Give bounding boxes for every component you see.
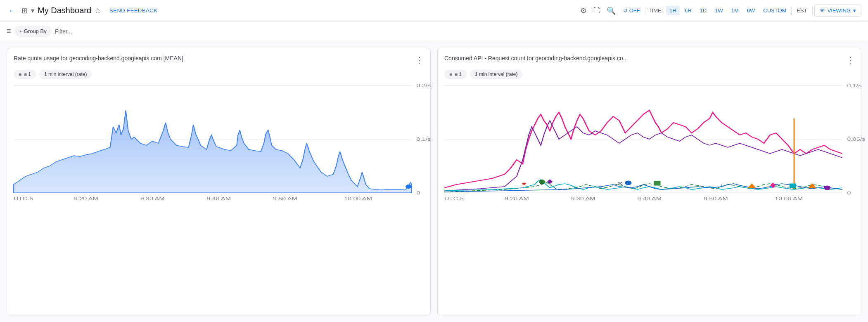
time-1d-button[interactable]: 1D <box>697 6 710 15</box>
settings-button[interactable]: ⚙ <box>578 4 589 18</box>
divider3 <box>812 7 813 15</box>
chart-svg-2: 0.1/s 0.05/s 0 ★ <box>444 85 854 193</box>
back-icon: ← <box>8 6 17 15</box>
svg-text:0: 0 <box>847 190 851 195</box>
svg-point-25 <box>625 181 631 185</box>
top-nav-bar: ← ⊞ ▾ My Dashboard ☆ SEND FEEDBACK ⚙ ⛶ 🔍… <box>0 0 868 21</box>
time-6h-button[interactable]: 6H <box>681 6 695 15</box>
refresh-button[interactable]: ↺ OFF <box>620 6 643 15</box>
chart-area-1: 0.2/s 0.1/s 0 UTC-5 9:20 AM 9:30 AM <box>14 85 424 201</box>
svg-text:0.1/s: 0.1/s <box>416 137 431 142</box>
time-custom-button[interactable]: CUSTOM <box>760 6 790 15</box>
filter-input[interactable] <box>55 28 861 35</box>
back-button[interactable]: ← <box>7 4 18 17</box>
star-icon[interactable]: ☆ <box>95 6 101 15</box>
divider <box>645 7 645 15</box>
hamburger-icon[interactable]: ≡ <box>7 27 11 36</box>
svg-text:0.05/s: 0.05/s <box>847 137 865 142</box>
svg-marker-30 <box>809 184 816 188</box>
interval-label-2: 1 min interval (rate) <box>475 71 517 77</box>
svg-text:9:50 AM: 9:50 AM <box>273 196 297 201</box>
chart-header-1: Rate quota usage for geocoding-backend.g… <box>14 55 424 65</box>
chart-badges-1: ≡ ≡ 1 1 min interval (rate) <box>14 70 424 79</box>
viewing-button[interactable]: 👁 VIEWING ▾ <box>814 5 861 17</box>
dropdown-arrow-icon[interactable]: ▾ <box>31 7 34 14</box>
divider2 <box>791 7 792 15</box>
main-content: Rate quota usage for geocoding-backend.g… <box>0 41 868 322</box>
interval-badge-2[interactable]: 1 min interval (rate) <box>470 70 522 79</box>
more-menu-icon-1[interactable]: ⋮ <box>415 55 424 65</box>
svg-text:9:20 AM: 9:20 AM <box>505 196 529 201</box>
viewing-label: VIEWING <box>828 7 851 14</box>
svg-text:0.2/s: 0.2/s <box>416 83 431 88</box>
dropdown-icon: ▾ <box>853 7 856 14</box>
filter-icon-1: ≡ <box>19 71 21 77</box>
search-icon: 🔍 <box>607 6 616 15</box>
svg-text:9:30 AM: 9:30 AM <box>571 196 595 201</box>
svg-text:★: ★ <box>521 181 527 187</box>
group-by-button[interactable]: + Group By <box>14 26 52 37</box>
group-by-label: + Group By <box>19 28 47 34</box>
svg-marker-27 <box>748 184 756 188</box>
time-1w-button[interactable]: 1W <box>711 6 726 15</box>
chart-header-2: Consumed API - Request count for geocodi… <box>444 55 854 65</box>
time-1h-button[interactable]: 1H <box>666 6 680 15</box>
top-bar-center: ⚙ ⛶ 🔍 ↺ OFF TIME: 1H 6H 1D 1W 1M 6W CUST… <box>578 4 861 18</box>
chart-card-2: Consumed API - Request count for geocodi… <box>437 48 861 315</box>
settings-icon: ⚙ <box>580 6 587 15</box>
svg-text:+: + <box>719 182 724 189</box>
interval-badge-1[interactable]: 1 min interval (rate) <box>39 70 92 79</box>
svg-text:0: 0 <box>416 190 420 195</box>
chart-card-1: Rate quota usage for geocoding-backend.g… <box>7 48 431 315</box>
svg-rect-29 <box>790 184 796 188</box>
svg-text:9:20 AM: 9:20 AM <box>74 196 98 201</box>
svg-point-31 <box>824 186 830 190</box>
svg-text:✕: ✕ <box>617 180 623 186</box>
time-label: TIME: <box>647 7 665 14</box>
svg-text:9:30 AM: 9:30 AM <box>140 196 165 201</box>
filter-bar: ≡ + Group By <box>0 21 868 41</box>
time-6w-button[interactable]: 6W <box>744 6 759 15</box>
svg-point-6 <box>406 185 412 189</box>
svg-text:9:40 AM: 9:40 AM <box>637 196 662 201</box>
top-bar-left: ← ⊞ ▾ My Dashboard ☆ SEND FEEDBACK <box>7 4 574 17</box>
filter-badge-1[interactable]: ≡ ≡ 1 <box>14 70 36 79</box>
svg-text:10:00 AM: 10:00 AM <box>344 196 372 201</box>
search-button[interactable]: 🔍 <box>604 4 618 18</box>
fullscreen-icon: ⛶ <box>593 7 600 14</box>
filter-badge-2[interactable]: ≡ ≡ 1 <box>444 70 467 79</box>
refresh-label: OFF <box>629 7 640 14</box>
send-feedback-button[interactable]: SEND FEEDBACK <box>104 5 162 16</box>
svg-text:0.1/s: 0.1/s <box>847 83 861 88</box>
svg-text:9:40 AM: 9:40 AM <box>206 196 231 201</box>
chart-area-2: 0.1/s 0.05/s 0 ★ <box>444 85 854 201</box>
time-1m-button[interactable]: 1M <box>728 6 742 15</box>
more-menu-icon-2[interactable]: ⋮ <box>846 55 854 65</box>
chart-svg-1: 0.2/s 0.1/s 0 UTC-5 9:20 AM 9:30 AM <box>14 85 424 193</box>
svg-text:UTC-5: UTC-5 <box>14 196 33 201</box>
chart-title-1: Rate quota usage for geocoding-backend.g… <box>14 55 415 62</box>
fullscreen-button[interactable]: ⛶ <box>591 5 602 17</box>
svg-text:10:00 AM: 10:00 AM <box>775 196 803 201</box>
svg-rect-24 <box>654 181 660 185</box>
grid-icon[interactable]: ⊞ <box>21 6 28 15</box>
chart-badges-2: ≡ ≡ 1 1 min interval (rate) <box>444 70 854 79</box>
svg-text:UTC-5: UTC-5 <box>444 196 464 201</box>
interval-label-1: 1 min interval (rate) <box>44 71 87 77</box>
chart-title-2: Consumed API - Request count for geocodi… <box>444 55 846 62</box>
eye-icon: 👁 <box>820 7 825 14</box>
timezone-button[interactable]: EST <box>793 6 810 15</box>
refresh-icon: ↺ <box>623 7 628 14</box>
filter-icon-2: ≡ <box>449 71 452 77</box>
svg-text:9:50 AM: 9:50 AM <box>704 196 728 201</box>
page-title: My Dashboard <box>38 6 91 15</box>
